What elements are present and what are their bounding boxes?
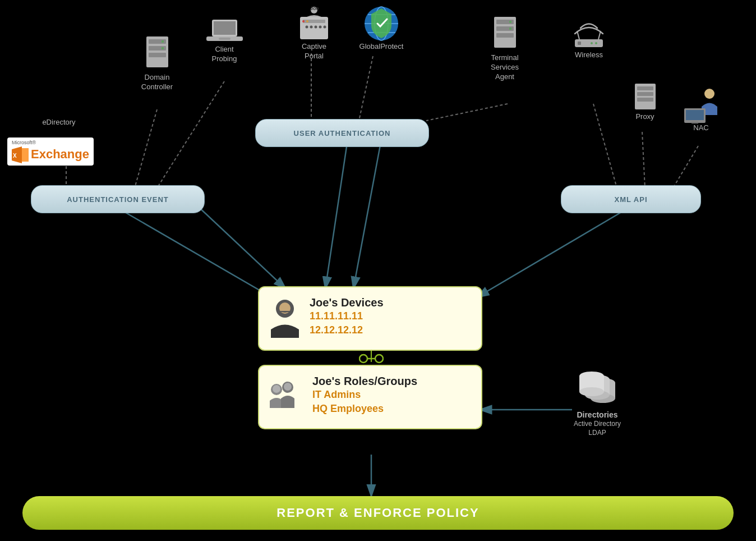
svg-rect-56 bbox=[578, 42, 581, 45]
exchange-icon: X bbox=[12, 146, 29, 163]
svg-point-39 bbox=[315, 26, 317, 29]
link-icon bbox=[359, 352, 384, 365]
joes-devices-ip2: 12.12.12.12 bbox=[310, 323, 384, 337]
captive-portal-icon: Joe bbox=[294, 6, 334, 42]
terminal-services-node: Terminal Services Agent bbox=[474, 14, 536, 82]
svg-point-72 bbox=[359, 355, 367, 363]
svg-text:X: X bbox=[13, 153, 17, 159]
joes-devices-ip1: 11.11.11.11 bbox=[310, 309, 384, 323]
svg-line-9 bbox=[642, 132, 645, 188]
svg-point-57 bbox=[591, 42, 593, 44]
domain-controller-label: Domain Controller bbox=[141, 73, 173, 92]
svg-point-37 bbox=[306, 26, 308, 29]
bottom-bar: REPORT & ENFORCE POLICY bbox=[22, 496, 734, 530]
svg-line-14 bbox=[477, 205, 634, 297]
terminal-services-icon bbox=[490, 14, 520, 53]
svg-rect-26 bbox=[149, 53, 166, 57]
svg-line-7 bbox=[426, 104, 508, 121]
user-auth-box: USER AUTHENTICATION bbox=[255, 119, 429, 147]
edirectory-node: eDirectory bbox=[34, 118, 84, 127]
svg-point-58 bbox=[595, 42, 597, 44]
joes-devices-title: Joe's Devices bbox=[310, 296, 384, 309]
globalprotect-label: GlobalProtect bbox=[359, 42, 404, 52]
exchange-logo: Microsoft® X Exchange bbox=[7, 137, 94, 166]
joes-devices-avatar bbox=[268, 299, 302, 338]
svg-line-8 bbox=[593, 104, 617, 188]
diagram: eDirectory Microsoft® X Exchange bbox=[0, 0, 756, 541]
joes-roles-avatar bbox=[268, 377, 305, 414]
wireless-node: Wireless bbox=[561, 17, 617, 60]
svg-rect-63 bbox=[637, 92, 653, 96]
domain-controller-icon bbox=[142, 34, 173, 73]
svg-rect-27 bbox=[162, 40, 164, 43]
svg-rect-62 bbox=[637, 86, 653, 90]
svg-point-73 bbox=[375, 355, 383, 363]
svg-rect-28 bbox=[162, 47, 164, 49]
svg-point-87 bbox=[579, 387, 604, 396]
auth-event-label: AUTHENTICATION EVENT bbox=[67, 195, 169, 204]
wireless-label: Wireless bbox=[575, 51, 603, 60]
joes-devices-text: Joe's Devices 11.11.11.11 12.12.12.12 bbox=[310, 296, 384, 337]
bottom-bar-label: REPORT & ENFORCE POLICY bbox=[276, 506, 479, 520]
svg-rect-67 bbox=[686, 110, 704, 120]
joes-devices-card: Joe's Devices 11.11.11.11 12.12.12.12 bbox=[258, 286, 482, 351]
svg-rect-64 bbox=[637, 98, 653, 102]
svg-point-41 bbox=[324, 26, 326, 29]
svg-point-76 bbox=[273, 385, 280, 393]
directories-node: Directories Active Directory LDAP bbox=[555, 370, 639, 437]
proxy-node: Proxy bbox=[623, 81, 667, 122]
globalprotect-node: GlobalProtect bbox=[351, 6, 412, 52]
svg-line-11 bbox=[112, 205, 272, 297]
svg-point-40 bbox=[319, 26, 322, 29]
auth-event-box: AUTHENTICATION EVENT bbox=[31, 185, 205, 213]
svg-line-19 bbox=[196, 205, 286, 289]
svg-text:Joe: Joe bbox=[310, 6, 319, 11]
svg-rect-32 bbox=[219, 38, 231, 40]
xml-api-label: XML API bbox=[614, 195, 647, 204]
svg-rect-52 bbox=[496, 33, 514, 38]
proxy-label: Proxy bbox=[635, 112, 654, 122]
directories-sub2: LDAP bbox=[588, 429, 606, 438]
proxy-icon bbox=[633, 81, 658, 112]
svg-point-65 bbox=[704, 89, 714, 99]
svg-line-3 bbox=[135, 109, 157, 188]
client-probing-node: Client Probing bbox=[199, 17, 250, 64]
svg-rect-53 bbox=[509, 21, 511, 23]
nac-node: NAC bbox=[673, 87, 729, 133]
svg-line-6 bbox=[359, 56, 373, 121]
wireless-icon bbox=[569, 17, 609, 51]
joes-roles-text: Joe's Roles/Groups IT Admins HQ Employee… bbox=[312, 375, 417, 416]
captive-portal-label: Captive Portal bbox=[302, 42, 326, 61]
captive-portal-node: Joe Captive Portal bbox=[286, 6, 342, 61]
terminal-services-label: Terminal Services Agent bbox=[491, 53, 519, 82]
domain-controller-node: Domain Controller bbox=[129, 34, 185, 92]
nac-label: NAC bbox=[693, 123, 708, 133]
nac-icon bbox=[681, 87, 721, 123]
svg-rect-30 bbox=[214, 21, 236, 35]
svg-line-13 bbox=[353, 139, 381, 289]
joes-roles-title: Joe's Roles/Groups bbox=[312, 375, 417, 388]
directories-title: Directories bbox=[577, 410, 617, 420]
exchange-node: Microsoft® X Exchange bbox=[11, 137, 90, 166]
globalprotect-icon bbox=[363, 6, 400, 42]
client-probing-icon bbox=[206, 17, 243, 45]
svg-line-4 bbox=[157, 81, 224, 188]
edirectory-label: eDirectory bbox=[42, 118, 75, 127]
joes-roles-role1: IT Admins bbox=[312, 388, 417, 402]
client-probing-label: Client Probing bbox=[212, 45, 237, 64]
svg-point-78 bbox=[284, 383, 292, 391]
svg-point-38 bbox=[310, 26, 313, 29]
link-symbol bbox=[359, 352, 384, 365]
svg-line-59 bbox=[577, 31, 579, 39]
svg-point-35 bbox=[302, 20, 305, 22]
xml-api-box: XML API bbox=[561, 185, 701, 213]
directories-sub1: Active Directory bbox=[574, 420, 621, 429]
svg-rect-54 bbox=[509, 27, 511, 30]
user-auth-label: USER AUTHENTICATION bbox=[294, 129, 391, 137]
svg-line-12 bbox=[325, 139, 348, 289]
svg-line-60 bbox=[598, 31, 601, 39]
joes-roles-card: Joe's Roles/Groups IT Admins HQ Employee… bbox=[258, 365, 482, 429]
directories-icon bbox=[572, 370, 623, 410]
svg-rect-21 bbox=[22, 148, 29, 162]
joes-roles-role2: HQ Employees bbox=[312, 402, 417, 416]
